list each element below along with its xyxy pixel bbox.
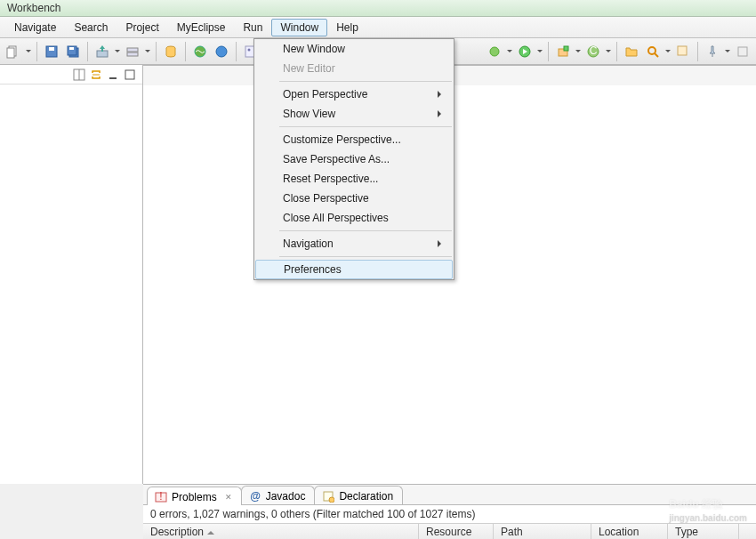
dropdown-arrow-icon[interactable] [506, 42, 513, 61]
app-title: Workbench [7, 2, 60, 14]
column-description[interactable]: Description [143, 524, 419, 539]
save-all-icon[interactable] [63, 42, 83, 61]
column-location[interactable]: Location [591, 524, 668, 539]
menu-item-label: Close All Perspectives [283, 212, 389, 224]
menu-item-label: New Editor [283, 62, 335, 75]
menu-run[interactable]: Run [234, 19, 271, 36]
svg-rect-26 [738, 47, 747, 56]
menu-help[interactable]: Help [327, 19, 367, 36]
column-resource[interactable]: Resource [419, 524, 494, 539]
menu-item-open-perspective[interactable]: Open Perspective [254, 84, 454, 104]
menu-navigate[interactable]: Navigate [5, 19, 65, 36]
minimize-icon[interactable] [106, 68, 120, 82]
tab-problems[interactable]: !Problems✕ [147, 487, 242, 505]
svg-point-36 [329, 497, 334, 503]
tool2-icon[interactable] [733, 42, 752, 61]
menu-project[interactable]: Project [117, 19, 167, 36]
separator [185, 42, 186, 61]
problems-icon: ! [155, 491, 167, 503]
tab-javadoc[interactable]: @Javadoc [241, 486, 316, 504]
menu-item-close-perspective[interactable]: Close Perspective [254, 189, 454, 208]
dropdown-arrow-icon[interactable] [724, 42, 731, 61]
separator [697, 42, 698, 61]
menu-item-show-view[interactable]: Show View [254, 104, 454, 124]
menu-item-reset-perspective[interactable]: Reset Perspective... [254, 169, 454, 189]
dropdown-arrow-icon[interactable] [25, 42, 32, 61]
menu-window[interactable]: Window [271, 19, 327, 36]
link-icon[interactable] [89, 68, 103, 82]
dropdown-arrow-icon[interactable] [575, 42, 582, 61]
submenu-arrow-icon [438, 240, 445, 247]
separator [87, 42, 88, 61]
db-icon[interactable] [161, 42, 181, 61]
separator [548, 42, 549, 61]
menu-item-new-editor: New Editor [254, 59, 454, 78]
svg-rect-1 [7, 48, 14, 58]
collapse-icon[interactable] [72, 68, 86, 82]
window-menu-dropdown: New WindowNew EditorOpen PerspectiveShow… [253, 38, 454, 280]
menu-item-save-perspective-as[interactable]: Save Perspective As... [254, 149, 454, 169]
menu-item-label: Close Perspective [283, 192, 369, 205]
side-panel [0, 65, 143, 484]
deploy-icon[interactable] [92, 42, 112, 61]
svg-rect-6 [69, 47, 74, 50]
menu-separator [279, 126, 452, 127]
problems-columns: DescriptionResourcePathLocationType [143, 523, 756, 539]
debug-icon[interactable] [485, 42, 504, 61]
menu-bar: NavigateSearchProjectMyEclipseRunWindowH… [0, 17, 756, 38]
tab-label: Javadoc [266, 490, 306, 503]
separator [616, 42, 617, 61]
menu-separator [279, 256, 452, 257]
submenu-arrow-icon [438, 110, 445, 117]
svg-point-17 [490, 47, 499, 56]
svg-rect-7 [97, 51, 108, 57]
menu-item-label: Show View [283, 108, 335, 120]
menu-item-label: Navigation [283, 237, 334, 250]
menu-item-customize-perspective[interactable]: Customize Perspective... [254, 130, 454, 149]
menu-search[interactable]: Search [65, 19, 117, 36]
separator [156, 42, 157, 61]
menu-item-close-all-perspectives[interactable]: Close All Perspectives [254, 208, 454, 228]
column-label: Location [599, 526, 639, 538]
menu-item-preferences[interactable]: Preferences [255, 260, 453, 279]
globe-icon[interactable] [190, 42, 210, 61]
dropdown-arrow-icon[interactable] [605, 42, 612, 61]
open-folder-icon[interactable] [622, 42, 641, 61]
dropdown-arrow-icon[interactable] [144, 42, 151, 61]
tab-declaration[interactable]: Declaration [314, 486, 403, 504]
menu-myeclipse[interactable]: MyEclipse [168, 19, 235, 36]
tab-label: Problems [172, 491, 217, 503]
menu-item-navigation[interactable]: Navigation [254, 234, 454, 253]
menu-item-label: New Window [283, 43, 345, 55]
sort-asc-icon [207, 527, 214, 535]
browser-icon[interactable] [212, 42, 231, 61]
dropdown-arrow-icon[interactable] [536, 42, 543, 61]
svg-text:!: ! [159, 491, 162, 503]
svg-line-24 [655, 53, 658, 57]
new-package-icon[interactable] [553, 42, 573, 61]
menu-item-label: Customize Perspective... [283, 133, 401, 146]
ext-tools-icon[interactable] [673, 42, 693, 61]
maximize-icon[interactable] [123, 68, 137, 82]
server-icon[interactable] [123, 42, 142, 61]
save-icon[interactable] [42, 42, 61, 61]
svg-rect-20 [564, 46, 568, 51]
title-bar: Workbench [0, 0, 756, 17]
pin-icon[interactable] [703, 42, 722, 61]
submenu-arrow-icon [438, 91, 445, 98]
svg-rect-3 [49, 47, 54, 51]
menu-separator [279, 81, 452, 82]
menu-item-new-window[interactable]: New Window [254, 39, 454, 59]
close-icon[interactable]: ✕ [225, 493, 232, 502]
dropdown-arrow-icon[interactable] [114, 42, 121, 61]
column-label: Type [675, 526, 698, 538]
new-class-icon[interactable]: C [583, 42, 603, 61]
menu-item-label: Reset Perspective... [283, 173, 378, 185]
column-type[interactable]: Type [668, 524, 739, 539]
search-icon[interactable] [643, 42, 663, 61]
column-path[interactable]: Path [494, 524, 591, 539]
new-icon[interactable] [4, 42, 23, 61]
dropdown-arrow-icon[interactable] [664, 42, 672, 61]
run-icon[interactable] [515, 42, 535, 61]
javadoc-icon: @ [249, 490, 261, 503]
